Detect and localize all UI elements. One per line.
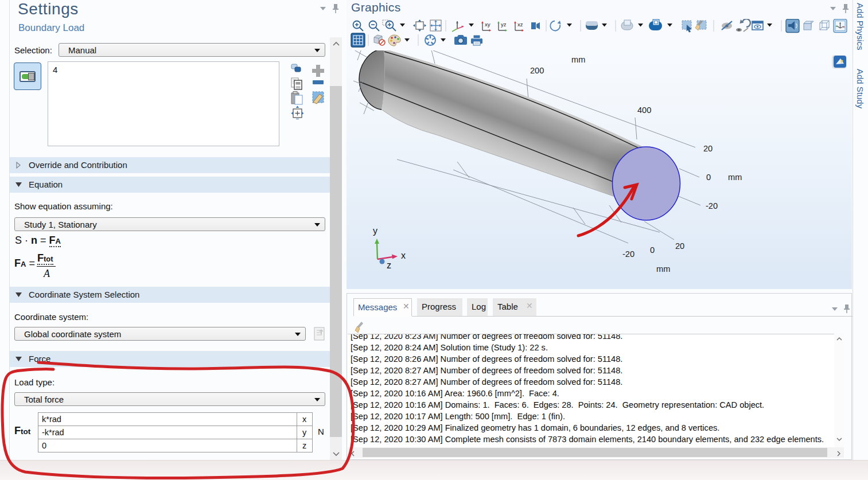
svg-text:xy: xy <box>485 21 491 28</box>
svg-text:mm: mm <box>728 173 742 182</box>
svg-text:y: y <box>373 226 377 236</box>
svg-text:20: 20 <box>703 144 713 153</box>
svg-text:0: 0 <box>650 245 655 255</box>
svg-text:z: z <box>387 260 391 270</box>
svg-text:200: 200 <box>530 66 544 75</box>
svg-text:0: 0 <box>706 173 711 182</box>
svg-text:400: 400 <box>637 106 651 115</box>
svg-text:yz: yz <box>501 21 507 28</box>
svg-text:xz: xz <box>517 21 523 28</box>
svg-text:20: 20 <box>675 241 684 251</box>
svg-text:x: x <box>401 251 406 260</box>
svg-text:mm: mm <box>571 55 585 64</box>
svg-text:-20: -20 <box>706 201 718 210</box>
svg-text:-20: -20 <box>622 249 635 259</box>
svg-text:mm: mm <box>656 264 670 274</box>
